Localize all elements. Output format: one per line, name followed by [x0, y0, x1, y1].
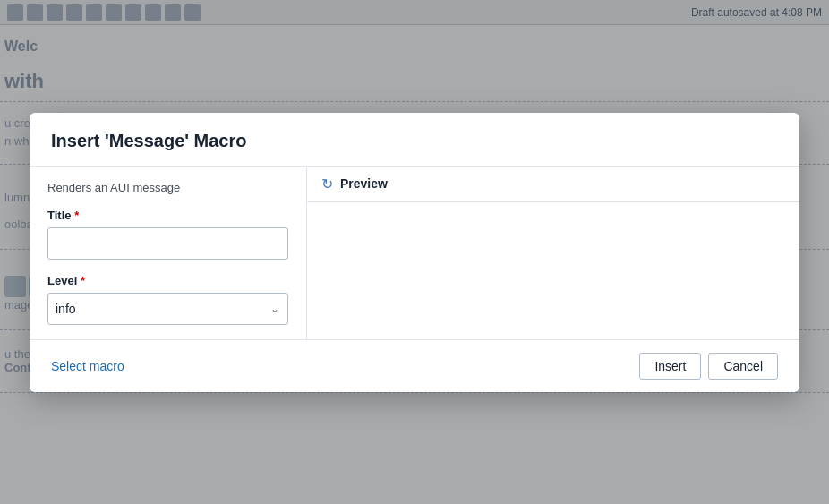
- refresh-icon[interactable]: ↻: [321, 175, 333, 192]
- cancel-button[interactable]: Cancel: [708, 353, 778, 380]
- modal-dialog: Insert 'Message' Macro Renders an AUI me…: [30, 113, 799, 392]
- footer-buttons: Insert Cancel: [639, 353, 778, 380]
- preview-header: ↻ Preview: [307, 167, 799, 202]
- modal-title: Insert 'Message' Macro: [51, 131, 778, 151]
- modal-footer: Select macro Insert Cancel: [30, 339, 799, 392]
- level-select-wrapper: info warning error success hint ⌄: [47, 293, 288, 325]
- modal-header: Insert 'Message' Macro: [30, 113, 799, 167]
- title-label: Title *: [47, 209, 288, 222]
- insert-button[interactable]: Insert: [639, 353, 701, 380]
- level-required-star: *: [81, 274, 85, 287]
- preview-label: Preview: [340, 176, 388, 191]
- modal-body: Renders an AUI message Title * Level * i…: [30, 167, 799, 339]
- modal-form-panel: Renders an AUI message Title * Level * i…: [30, 167, 307, 339]
- level-label: Level *: [47, 274, 288, 287]
- modal-overlay: Insert 'Message' Macro Renders an AUI me…: [0, 0, 829, 504]
- modal-preview-panel: ↻ Preview: [307, 167, 799, 339]
- preview-content-area: [307, 202, 799, 339]
- title-input[interactable]: [47, 227, 288, 260]
- level-select[interactable]: info warning error success hint: [47, 293, 288, 325]
- select-macro-link[interactable]: Select macro: [51, 359, 124, 373]
- title-required-star: *: [74, 209, 79, 222]
- form-description: Renders an AUI message: [47, 181, 288, 194]
